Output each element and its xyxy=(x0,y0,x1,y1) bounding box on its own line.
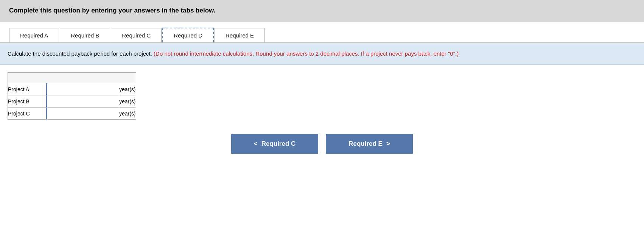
project-b-input[interactable] xyxy=(46,95,119,107)
data-table: Project A year(s) Project B year(s) Proj… xyxy=(8,72,136,120)
nav-buttons-container: < Required C Required E > xyxy=(0,134,644,161)
prev-chevron-icon: < xyxy=(254,140,258,148)
project-c-label: Project C xyxy=(8,108,46,120)
page-instruction: Complete this question by entering your … xyxy=(9,7,215,14)
tab-required-a[interactable]: Required A xyxy=(9,28,59,42)
info-box: Calculate the discounted payback period … xyxy=(0,43,644,65)
next-chevron-icon: > xyxy=(386,140,390,148)
next-button-label: Required E xyxy=(348,140,383,148)
project-c-unit: year(s) xyxy=(119,108,136,120)
table-row-project-c: Project C year(s) xyxy=(8,108,136,120)
tabs-container: Required A Required B Required C Require… xyxy=(0,22,644,43)
project-c-input-cell[interactable] xyxy=(46,108,119,120)
project-b-unit: year(s) xyxy=(119,95,136,108)
info-note-text: (Do not round intermediate calculations.… xyxy=(154,50,459,57)
project-a-input-cell[interactable] xyxy=(46,83,119,95)
header-bar: Complete this question by entering your … xyxy=(0,0,644,22)
project-a-unit: year(s) xyxy=(119,83,136,95)
next-button[interactable]: Required E > xyxy=(326,134,413,154)
project-b-label: Project B xyxy=(8,95,46,108)
project-b-input-cell[interactable] xyxy=(46,95,119,108)
project-a-label: Project A xyxy=(8,83,46,95)
project-c-input[interactable] xyxy=(46,108,119,119)
info-main-text: Calculate the discounted payback period … xyxy=(8,50,152,57)
tab-required-c[interactable]: Required C xyxy=(111,28,162,42)
prev-button[interactable]: < Required C xyxy=(231,134,318,154)
table-header-row xyxy=(8,73,136,83)
project-a-input[interactable] xyxy=(46,83,119,95)
tab-required-d[interactable]: Required D xyxy=(162,28,214,42)
tab-required-e[interactable]: Required E xyxy=(215,28,265,42)
table-row-project-b: Project B year(s) xyxy=(8,95,136,108)
table-section: Project A year(s) Project B year(s) Proj… xyxy=(0,65,644,123)
table-header-cell xyxy=(8,73,136,83)
tab-required-b[interactable]: Required B xyxy=(60,28,110,42)
table-row-project-a: Project A year(s) xyxy=(8,83,136,95)
prev-button-label: Required C xyxy=(261,140,296,148)
